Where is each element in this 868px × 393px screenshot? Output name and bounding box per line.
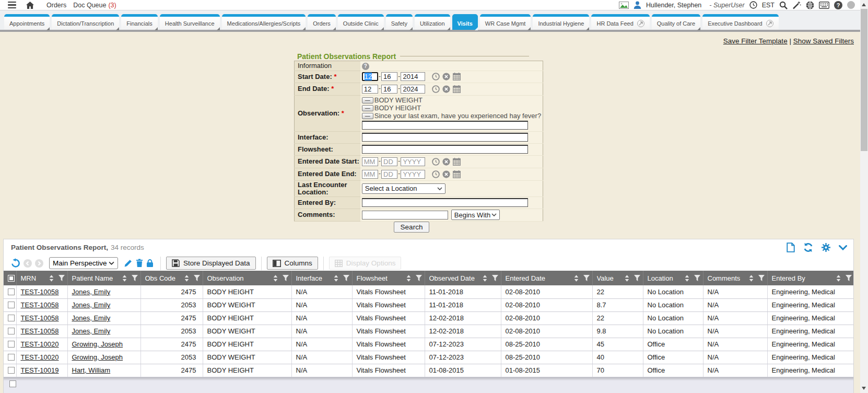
help-icon[interactable]: ?	[834, 1, 842, 9]
entered-date-start-month-input[interactable]: MM	[362, 157, 378, 166]
lock-icon[interactable]	[146, 259, 154, 268]
breadcrumb-orders[interactable]: Orders	[46, 2, 66, 9]
tab-medications[interactable]: Medications/Allergies/Scripts	[222, 14, 306, 30]
filter-icon[interactable]	[846, 275, 852, 281]
sort-icon[interactable]	[334, 275, 338, 282]
end-date-month-input[interactable]: 12	[362, 85, 378, 94]
prev-icon[interactable]	[24, 259, 32, 268]
time-icon[interactable]	[432, 170, 440, 178]
tab-hr-data-feed[interactable]: HR Data Feed	[591, 14, 649, 30]
col-entered-by[interactable]: Entered By	[767, 271, 854, 285]
patient-link[interactable]: Jones, Emily	[72, 288, 111, 296]
entered-date-end-month-input[interactable]: MM	[362, 170, 378, 179]
col-observation[interactable]: Observation	[203, 271, 291, 285]
sort-icon[interactable]	[574, 275, 579, 282]
sort-icon[interactable]	[836, 275, 841, 282]
store-displayed-data-button[interactable]: Store Displayed Data	[166, 257, 256, 270]
tab-utilization[interactable]: Utilization	[415, 14, 450, 30]
home-icon[interactable]	[26, 2, 34, 9]
sort-icon[interactable]	[406, 275, 411, 282]
tab-safety[interactable]: Safety	[386, 14, 413, 30]
entered-date-end-year-input[interactable]: YYYY	[401, 170, 425, 179]
start-date-year-input[interactable]: 2014	[401, 72, 425, 81]
entered-by-input[interactable]	[362, 198, 528, 207]
tab-health-surveillance[interactable]: Health Surveillance	[160, 14, 220, 30]
patient-link[interactable]: Jones, Emily	[72, 327, 111, 335]
perspective-select[interactable]: Main Perspective	[49, 257, 118, 269]
col-interface[interactable]: Interface	[291, 271, 352, 285]
sort-icon[interactable]	[749, 275, 754, 282]
filter-icon[interactable]	[416, 275, 422, 281]
scroll-thumb[interactable]	[861, 9, 867, 151]
col-flowsheet[interactable]: Flowsheet	[352, 271, 425, 285]
time-icon[interactable]	[432, 85, 440, 93]
sort-icon[interactable]	[273, 275, 278, 282]
breadcrumb-doc-queue[interactable]: Doc Queue	[73, 2, 106, 9]
row-checkbox[interactable]	[8, 302, 15, 308]
delete-icon[interactable]	[136, 259, 143, 268]
entered-date-start-year-input[interactable]: YYYY	[401, 157, 425, 166]
time-icon[interactable]	[432, 73, 440, 80]
end-date-day-input[interactable]: 16	[381, 85, 397, 94]
menu-icon[interactable]	[8, 2, 16, 9]
tab-appointments[interactable]: Appointments	[4, 14, 50, 30]
tab-financials[interactable]: Financials	[121, 14, 158, 30]
interface-input[interactable]	[362, 133, 528, 142]
calendar-icon[interactable]	[453, 85, 461, 93]
patient-link[interactable]: Jones, Emily	[72, 301, 111, 309]
scroll-down-arrow[interactable]	[862, 387, 866, 390]
comments-match-select[interactable]: Begins With	[451, 210, 500, 220]
tab-industrial-hygiene[interactable]: Industrial Hygiene	[533, 14, 589, 30]
entered-date-end-day-input[interactable]: DD	[381, 170, 397, 179]
sort-icon[interactable]	[49, 275, 54, 282]
clear-date-icon[interactable]	[442, 85, 450, 93]
mrn-link[interactable]: TEST-10020	[21, 353, 59, 361]
filter-icon[interactable]	[694, 275, 700, 281]
undo-icon[interactable]	[10, 258, 20, 268]
clear-date-icon[interactable]	[442, 158, 450, 166]
tab-wr-case-mgmt[interactable]: WR Case Mgmt	[480, 14, 531, 30]
mrn-link[interactable]: TEST-10020	[21, 340, 59, 348]
filter-icon[interactable]	[194, 275, 200, 281]
wand-icon[interactable]	[792, 1, 801, 9]
sort-icon[interactable]	[685, 275, 689, 282]
start-date-month-input[interactable]: 12	[362, 72, 378, 81]
col-mrn[interactable]: MRN	[16, 271, 67, 285]
filter-icon[interactable]	[634, 275, 640, 281]
info-help-icon[interactable]: ?	[362, 63, 369, 70]
patient-link[interactable]: Growing, Joseph	[72, 353, 123, 361]
filter-icon[interactable]	[343, 275, 349, 281]
col-patient-name[interactable]: Patient Name	[67, 271, 140, 285]
flowsheet-input[interactable]	[362, 145, 528, 154]
mrn-link[interactable]: TEST-10019	[21, 366, 59, 374]
search-icon[interactable]	[779, 1, 788, 9]
export-icon[interactable]	[787, 242, 795, 252]
screenshot-icon[interactable]	[619, 2, 629, 9]
row-checkbox[interactable]	[8, 354, 15, 361]
patient-link[interactable]: Growing, Joseph	[72, 340, 123, 348]
clear-date-icon[interactable]	[442, 73, 450, 80]
mrn-link[interactable]: TEST-10058	[21, 288, 59, 296]
end-date-year-input[interactable]: 2024	[401, 85, 425, 94]
patient-link[interactable]: Jones, Emily	[72, 314, 111, 322]
search-button[interactable]: Search	[394, 222, 430, 233]
sort-icon[interactable]	[483, 275, 487, 282]
filter-icon[interactable]	[583, 275, 590, 281]
sort-icon[interactable]	[184, 275, 189, 282]
keyboard-icon[interactable]	[819, 2, 829, 9]
user-name[interactable]: Hullender, Stephen	[646, 2, 701, 9]
filter-icon[interactable]	[492, 275, 498, 281]
columns-button[interactable]: Columns	[267, 257, 318, 270]
gear-icon[interactable]	[822, 243, 830, 252]
col-entered-date[interactable]: Entered Date	[501, 271, 592, 285]
row-checkbox[interactable]	[9, 380, 16, 387]
calendar-icon[interactable]	[453, 170, 461, 178]
filter-icon[interactable]	[283, 275, 289, 281]
tab-executive-dashboard[interactable]: Executive Dashboard	[702, 14, 779, 30]
col-location[interactable]: Location	[643, 271, 703, 285]
row-checkbox[interactable]	[8, 315, 15, 321]
edit-icon[interactable]	[124, 259, 133, 268]
collapse-icon[interactable]	[839, 245, 847, 250]
col-observed-date[interactable]: Observed Date	[425, 271, 501, 285]
remove-observation-button[interactable]: —	[362, 105, 373, 111]
